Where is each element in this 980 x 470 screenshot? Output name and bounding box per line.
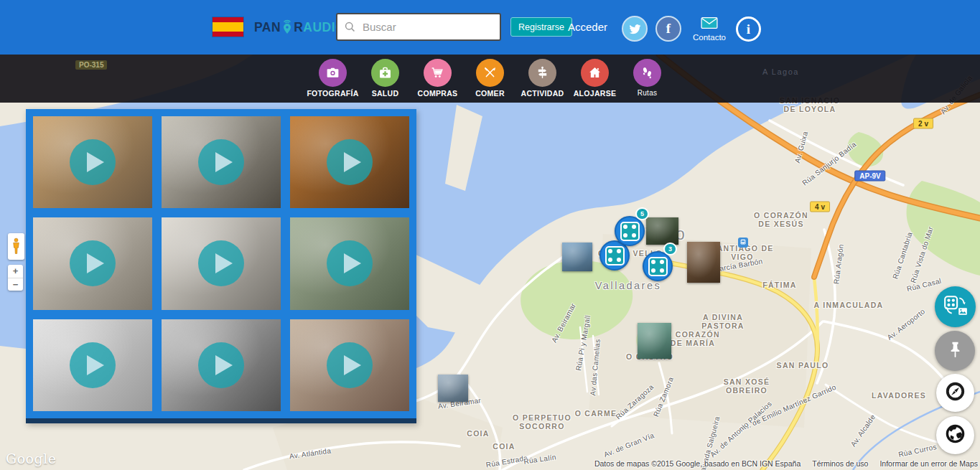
map-place-label: A INMACULADA xyxy=(814,301,884,309)
map-place-label: Valladares xyxy=(595,280,661,291)
toggle-view-button[interactable] xyxy=(935,286,976,327)
logo-text-pan: PAN xyxy=(254,20,281,35)
road-shield: AP-9V xyxy=(854,171,885,182)
info-icon[interactable]: i xyxy=(736,17,761,42)
zoom-in-button[interactable]: + xyxy=(8,265,23,278)
map-place-label: O CARME xyxy=(575,409,617,418)
road-shield: 4 v xyxy=(810,202,830,212)
play-icon xyxy=(70,240,116,286)
transit-station-icon xyxy=(738,238,748,248)
category-comer[interactable]: COMER xyxy=(464,59,516,98)
compass-icon xyxy=(944,380,966,405)
map-place-label: A DIVINAPASTORA xyxy=(701,313,744,330)
play-icon xyxy=(70,139,116,185)
category-actividad[interactable]: ACTIVIDAD xyxy=(516,59,569,98)
seafood-platter-video[interactable] xyxy=(290,116,409,208)
pegman-icon xyxy=(11,237,22,256)
cluster-count-badge: 5 xyxy=(635,207,649,220)
envelope-icon xyxy=(700,19,719,32)
pin-button[interactable] xyxy=(935,331,975,371)
map-place-label: FÁTIMA xyxy=(762,281,796,289)
twitter-icon[interactable] xyxy=(622,16,648,42)
cluster-count-badge: 3 xyxy=(663,243,677,255)
category-label: SALUD xyxy=(359,89,411,98)
market-shop-video[interactable] xyxy=(33,116,152,208)
building-facade-photo[interactable] xyxy=(687,242,720,283)
map-place-label: COIA xyxy=(467,429,489,438)
spanish-flag-icon[interactable] xyxy=(213,17,243,37)
storefront-video[interactable] xyxy=(33,217,152,309)
zoom-out-button[interactable]: − xyxy=(8,278,23,291)
map-place-label: LAVADORES xyxy=(872,391,926,400)
attribution-data: Datos de mapas ©2015 Google, basado en B… xyxy=(594,459,801,468)
folk-parade-video[interactable] xyxy=(290,319,409,411)
category-label: COMPRAS xyxy=(411,89,464,98)
play-icon xyxy=(327,240,373,286)
house-icon xyxy=(581,59,609,87)
medkit-icon xyxy=(371,59,399,87)
register-button[interactable]: Registrarse xyxy=(510,17,572,37)
category-rutas[interactable]: Rutas xyxy=(621,59,673,97)
map-place-label: O CORAZÓNDE MARÍA xyxy=(666,330,720,347)
category-label: Rutas xyxy=(621,89,673,97)
road-shield: 2 v xyxy=(913,118,933,129)
category-salud[interactable]: SALUD xyxy=(359,59,411,98)
google-logo[interactable]: Google xyxy=(6,451,57,466)
pushpin-icon xyxy=(946,340,965,362)
report-error-link[interactable]: Informar de un error de Maps xyxy=(879,459,978,468)
search-box xyxy=(336,13,501,41)
panoraudio-app: VigoValladaresSAN IGNACIODE LOYOLAO CORA… xyxy=(0,0,980,470)
map-place-label: COIA xyxy=(493,442,515,451)
night-square-photo[interactable] xyxy=(646,217,678,245)
facebook-icon[interactable]: f xyxy=(655,16,681,42)
category-fotografia[interactable]: FOTOGRAFÍA xyxy=(307,59,359,98)
category-bar: FOTOGRAFÍA SALUD COMPRAS COMER ACTIVIDAD… xyxy=(0,55,980,103)
road-shield: PO-315 xyxy=(75,60,107,70)
harbor-cranes-photo[interactable] xyxy=(438,375,468,402)
globe-button[interactable] xyxy=(936,416,974,454)
footprints-icon xyxy=(633,59,661,87)
map-district-label: A Lagoa xyxy=(762,67,799,76)
globe-icon xyxy=(944,423,966,448)
cart-icon xyxy=(424,59,452,87)
play-icon xyxy=(327,342,373,388)
top-header: PANRAUDIO Registrarse Acceder f Contacto… xyxy=(0,0,980,55)
map-place-label: SAN XOSÉOBREIRO xyxy=(724,377,770,395)
video-cluster-marker[interactable]: 3 xyxy=(643,251,673,281)
play-icon xyxy=(198,240,244,286)
logo-pin-icon xyxy=(281,17,294,38)
old-town-video[interactable] xyxy=(162,319,281,411)
play-icon xyxy=(198,342,244,388)
harbor-panorama-photo[interactable] xyxy=(562,243,592,271)
search-input[interactable] xyxy=(361,20,507,34)
map-place-label: O CORAZÓNDE XESÚS xyxy=(754,211,808,228)
login-link[interactable]: Acceder xyxy=(568,21,607,33)
category-alojarse[interactable]: ALOJARSE xyxy=(569,59,621,98)
video-cluster-marker[interactable]: 5 xyxy=(615,216,645,246)
map-place-label: SAN PAULO xyxy=(777,361,829,370)
cluster-icon xyxy=(643,251,673,281)
stage-performance-video[interactable] xyxy=(162,217,281,309)
play-icon xyxy=(70,342,116,388)
compass-button[interactable] xyxy=(936,374,974,412)
category-label: ACTIVIDAD xyxy=(516,89,569,98)
signpost-icon xyxy=(528,59,556,87)
search-icon xyxy=(344,21,356,33)
club-nautico-video[interactable] xyxy=(33,319,152,411)
play-icon xyxy=(327,139,373,185)
folk-dancers-video[interactable] xyxy=(290,217,409,309)
panoraudio-logo[interactable]: PANRAUDIO xyxy=(254,19,345,36)
category-compras[interactable]: COMPRAS xyxy=(411,59,464,98)
category-label: FOTOGRAFÍA xyxy=(307,89,359,98)
category-label: ALOJARSE xyxy=(569,89,621,98)
coastal-garden-photo[interactable] xyxy=(638,323,671,359)
video-gallery-panel xyxy=(26,109,416,423)
map-place-label: O PERPETUOSOCORRO xyxy=(513,413,571,431)
streetview-pegman-button[interactable] xyxy=(8,233,24,260)
camera-icon xyxy=(319,59,347,87)
terms-link[interactable]: Términos de uso xyxy=(812,459,868,468)
restaurant-icon xyxy=(476,59,504,87)
category-label: COMER xyxy=(464,89,516,98)
contact-link[interactable]: Contacto xyxy=(688,17,731,42)
oyster-stall-video[interactable] xyxy=(162,116,281,208)
